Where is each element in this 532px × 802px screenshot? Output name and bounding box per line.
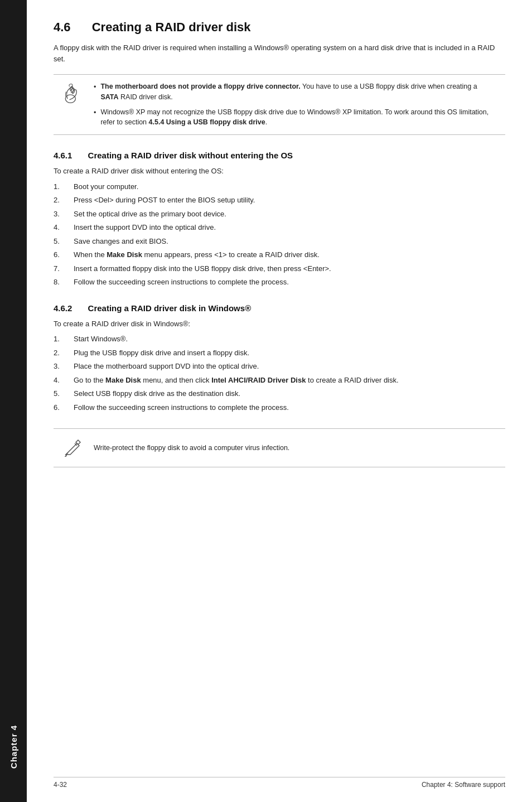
step-2-3: 3. Place the motherboard support DVD int…	[54, 361, 505, 372]
sidebar: Chapter 4	[0, 0, 27, 802]
step-text: Insert a formatted floppy disk into the …	[74, 263, 331, 274]
step-text: Go to the Make Disk menu, and then click…	[74, 375, 399, 386]
step-num: 1.	[54, 181, 67, 192]
footer-page-number: 4-32	[54, 781, 67, 789]
section-intro: A floppy disk with the RAID driver is re…	[54, 42, 505, 64]
step-text: Start Windows®.	[74, 334, 128, 345]
subsection-2-number: 4.6.2	[54, 303, 72, 313]
note-item-1: • The motherboard does not provide a flo…	[94, 81, 496, 103]
step-1-3: 3. Set the optical drive as the primary …	[54, 209, 505, 220]
note-bullet-2: •	[94, 108, 96, 128]
step-num: 3.	[54, 209, 67, 220]
footer-chapter-label: Chapter 4: Software support	[422, 781, 505, 789]
subsection-1-number: 4.6.1	[54, 151, 72, 160]
step-1-1: 1. Boot your computer.	[54, 181, 505, 192]
sidebar-chapter-label: Chapter 4	[9, 725, 18, 769]
subsection-1-heading: Creating a RAID driver disk without ente…	[88, 151, 293, 160]
note-item-2: • Windows® XP may not recognize the USB …	[94, 107, 496, 128]
step-2-2: 2. Plug the USB floppy disk drive and in…	[54, 347, 505, 359]
section-number: 4.6	[54, 20, 71, 34]
step-1-6: 6. When the Make Disk menu appears, pres…	[54, 249, 505, 260]
note-icon	[60, 81, 85, 106]
tip-box: Write-protect the floppy disk to avoid a…	[54, 428, 505, 467]
subsection-2-steps: 1. Start Windows®. 2. Plug the USB flopp…	[54, 334, 505, 413]
step-text: Select USB floppy disk drive as the dest…	[74, 388, 240, 399]
subsection-1-intro: To create a RAID driver disk without ent…	[54, 166, 505, 177]
note-box: • The motherboard does not provide a flo…	[54, 74, 505, 135]
step-2-1: 1. Start Windows®.	[54, 334, 505, 345]
page-footer: 4-32 Chapter 4: Software support	[54, 777, 505, 789]
subsection-2-heading: Creating a RAID driver disk in Windows®	[88, 303, 252, 313]
step-text: Place the motherboard support DVD into t…	[74, 361, 259, 372]
step-num: 5.	[54, 236, 67, 247]
tip-text: Write-protect the floppy disk to avoid a…	[94, 443, 289, 453]
step-text: Press <Del> during POST to enter the BIO…	[74, 195, 255, 206]
note-text-1: The motherboard does not provide a flopp…	[100, 81, 496, 103]
note-text-2: Windows® XP may not recognize the USB fl…	[100, 107, 496, 128]
step-2-6: 6. Follow the succeeding screen instruct…	[54, 402, 505, 413]
step-2-4: 4. Go to the Make Disk menu, and then cl…	[54, 375, 505, 386]
step-1-7: 7. Insert a formatted floppy disk into t…	[54, 263, 505, 274]
section-heading: Creating a RAID driver disk	[92, 20, 251, 34]
main-content: 4.6 Creating a RAID driver disk A floppy…	[27, 0, 532, 802]
step-text: Set the optical drive as the primary boo…	[74, 209, 226, 220]
step-num: 4.	[54, 375, 67, 386]
step-text: Insert the support DVD into the optical …	[74, 222, 216, 233]
step-text: When the Make Disk menu appears, press <…	[74, 249, 320, 260]
step-text: Follow the succeeding screen instruction…	[74, 277, 289, 288]
step-text: Follow the succeeding screen instruction…	[74, 402, 289, 413]
step-num: 4.	[54, 222, 67, 233]
step-num: 6.	[54, 402, 67, 413]
step-num: 5.	[54, 388, 67, 399]
step-1-2: 2. Press <Del> during POST to enter the …	[54, 195, 505, 206]
note-content: • The motherboard does not provide a flo…	[94, 81, 496, 128]
step-1-4: 4. Insert the support DVD into the optic…	[54, 222, 505, 233]
step-num: 1.	[54, 334, 67, 345]
step-text: Save changes and exit BIOS.	[74, 236, 168, 247]
step-text: Boot your computer.	[74, 181, 138, 192]
pencil-icon	[60, 436, 85, 460]
subsection-2-title: 4.6.2 Creating a RAID driver disk in Win…	[54, 303, 505, 313]
step-num: 7.	[54, 263, 67, 274]
caution-icon	[61, 83, 84, 105]
step-num: 2.	[54, 347, 67, 359]
subsection-1-title: 4.6.1 Creating a RAID driver disk withou…	[54, 151, 505, 160]
step-1-5: 5. Save changes and exit BIOS.	[54, 236, 505, 247]
step-num: 6.	[54, 249, 67, 260]
step-1-8: 8. Follow the succeeding screen instruct…	[54, 277, 505, 288]
subsection-1-steps: 1. Boot your computer. 2. Press <Del> du…	[54, 181, 505, 288]
tip-icon	[60, 436, 85, 460]
step-num: 8.	[54, 277, 67, 288]
section-title: 4.6 Creating a RAID driver disk	[54, 20, 505, 35]
note-bullet-1: •	[94, 82, 96, 103]
step-2-5: 5. Select USB floppy disk drive as the d…	[54, 388, 505, 399]
subsection-2-intro: To create a RAID driver disk in Windows®…	[54, 318, 505, 330]
step-num: 2.	[54, 195, 67, 206]
step-num: 3.	[54, 361, 67, 372]
step-text: Plug the USB floppy disk drive and inser…	[74, 347, 249, 359]
